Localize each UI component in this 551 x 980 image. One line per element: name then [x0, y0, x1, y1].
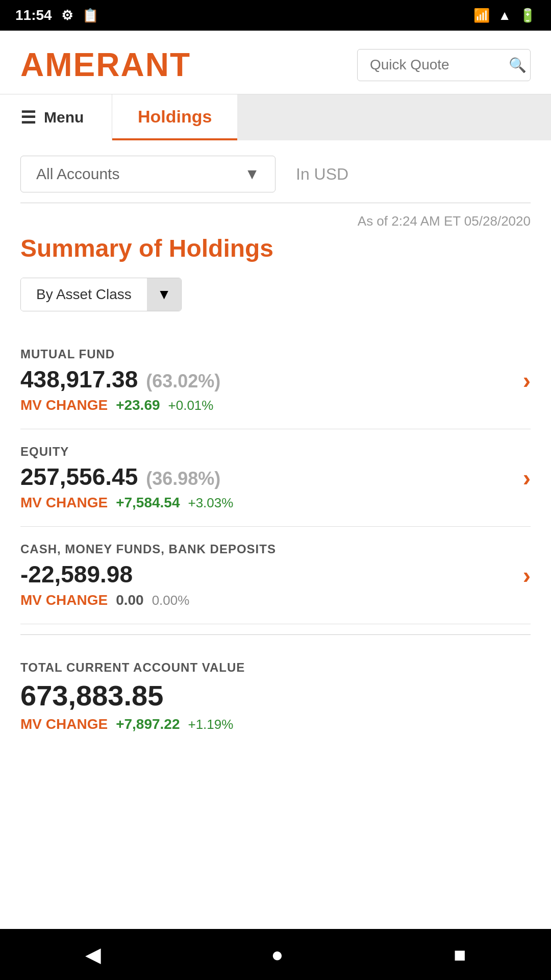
- mv-value-equity: +7,584.54: [116, 495, 180, 511]
- divider-1: [20, 203, 531, 203]
- asset-item-equity[interactable]: EQUITY 257,556.45 (36.98%) MV CHANGE +7,…: [20, 429, 531, 527]
- asset-info-mutual-fund: MUTUAL FUND 438,917.38 (63.02%) MV CHANG…: [20, 347, 513, 413]
- mv-value-cash: 0.00: [116, 592, 144, 608]
- asset-mv-cash: MV CHANGE 0.00 0.00%: [20, 592, 513, 608]
- account-selector[interactable]: All Accounts ▼: [20, 156, 276, 192]
- asset-category-equity: EQUITY: [20, 445, 513, 459]
- mv-pct-equity: +3.03%: [188, 495, 233, 511]
- asset-pct-mutual-fund: (63.02%): [146, 371, 220, 392]
- search-icon: 🔍: [509, 57, 527, 74]
- back-button[interactable]: ◀: [85, 943, 101, 966]
- total-section: TOTAL CURRENT ACCOUNT VALUE 673,883.85 M…: [20, 645, 531, 748]
- asset-amount-mutual-fund: 438,917.38: [20, 365, 138, 393]
- tab-holdings[interactable]: Holdings: [112, 94, 237, 140]
- section-title: Summary of Holdings: [20, 234, 531, 262]
- asset-pct-equity: (36.98%): [146, 468, 220, 489]
- asset-list: MUTUAL FUND 438,917.38 (63.02%) MV CHANG…: [20, 332, 531, 624]
- wifi-icon: 📶: [473, 8, 490, 23]
- account-row: All Accounts ▼ In USD: [20, 156, 531, 192]
- asset-mv-mutual-fund: MV CHANGE +23.69 +0.01%: [20, 397, 513, 413]
- asset-category-mutual-fund: MUTUAL FUND: [20, 347, 513, 361]
- chevron-right-equity: ›: [523, 464, 531, 492]
- hamburger-icon: ☰: [20, 107, 36, 128]
- asset-value-equity: 257,556.45 (36.98%): [20, 463, 513, 491]
- asset-value-mutual-fund: 438,917.38 (63.02%): [20, 365, 513, 393]
- mv-pct-cash: 0.00%: [152, 593, 190, 608]
- tab-holdings-label: Holdings: [138, 107, 212, 127]
- bottom-nav: ◀ ● ■: [0, 929, 551, 980]
- divider-total: [20, 634, 531, 635]
- recents-button[interactable]: ■: [454, 943, 466, 966]
- quick-quote-container[interactable]: 🔍: [357, 49, 531, 81]
- home-button[interactable]: ●: [271, 943, 283, 966]
- total-mv-pct: +1.19%: [188, 717, 233, 732]
- total-mv: MV CHANGE +7,897.22 +1.19%: [20, 716, 531, 732]
- header: AMERANT 🔍: [0, 31, 551, 94]
- mv-label-equity: MV CHANGE: [20, 495, 108, 511]
- currency-label: In USD: [296, 165, 348, 184]
- status-right: 📶 ▲ 🔋: [473, 8, 536, 23]
- quick-quote-input[interactable]: [370, 57, 503, 73]
- signal-icon: ▲: [498, 8, 511, 23]
- settings-icon: ⚙: [61, 8, 73, 23]
- total-mv-label: MV CHANGE: [20, 716, 108, 732]
- status-left: 11:54 ⚙ 📋: [15, 7, 98, 23]
- chevron-right-cash: ›: [523, 561, 531, 589]
- status-bar: 11:54 ⚙ 📋 📶 ▲ 🔋: [0, 0, 551, 31]
- filter-label: By Asset Class: [21, 278, 147, 311]
- battery-icon: 🔋: [519, 8, 536, 23]
- chevron-right-mutual-fund: ›: [523, 366, 531, 394]
- mv-label-cash: MV CHANGE: [20, 592, 108, 608]
- menu-label: Menu: [44, 109, 84, 126]
- asset-value-cash: -22,589.98: [20, 560, 513, 588]
- timestamp: As of 2:24 AM ET 05/28/2020: [20, 213, 531, 229]
- time-display: 11:54: [15, 7, 52, 23]
- asset-category-cash: CASH, MONEY FUNDS, BANK DEPOSITS: [20, 542, 513, 556]
- mv-pct-mutual-fund: +0.01%: [168, 398, 214, 413]
- chevron-down-icon: ▼: [244, 165, 260, 183]
- asset-item-mutual-fund[interactable]: MUTUAL FUND 438,917.38 (63.02%) MV CHANG…: [20, 332, 531, 429]
- content-area: All Accounts ▼ In USD As of 2:24 AM ET 0…: [0, 140, 551, 929]
- asset-amount-equity: 257,556.45: [20, 463, 138, 491]
- clipboard-icon: 📋: [82, 8, 98, 23]
- nav-bar: ☰ Menu Holdings: [0, 94, 551, 140]
- asset-info-cash: CASH, MONEY FUNDS, BANK DEPOSITS -22,589…: [20, 542, 513, 608]
- total-mv-value: +7,897.22: [116, 716, 180, 732]
- mv-label-mutual-fund: MV CHANGE: [20, 397, 108, 413]
- filter-chevron-icon: ▼: [157, 286, 171, 303]
- asset-amount-cash: -22,589.98: [20, 560, 133, 588]
- account-selected-label: All Accounts: [36, 165, 119, 183]
- asset-item-cash[interactable]: CASH, MONEY FUNDS, BANK DEPOSITS -22,589…: [20, 527, 531, 624]
- menu-button[interactable]: ☰ Menu: [0, 94, 112, 140]
- total-value: 673,883.85: [20, 679, 531, 712]
- total-label: TOTAL CURRENT ACCOUNT VALUE: [20, 660, 531, 675]
- asset-mv-equity: MV CHANGE +7,584.54 +3.03%: [20, 495, 513, 511]
- mv-value-mutual-fund: +23.69: [116, 397, 160, 413]
- filter-dropdown[interactable]: By Asset Class ▼: [20, 278, 182, 311]
- asset-info-equity: EQUITY 257,556.45 (36.98%) MV CHANGE +7,…: [20, 445, 513, 511]
- filter-dropdown-button[interactable]: ▼: [147, 278, 182, 311]
- app-logo: AMERANT: [20, 46, 191, 84]
